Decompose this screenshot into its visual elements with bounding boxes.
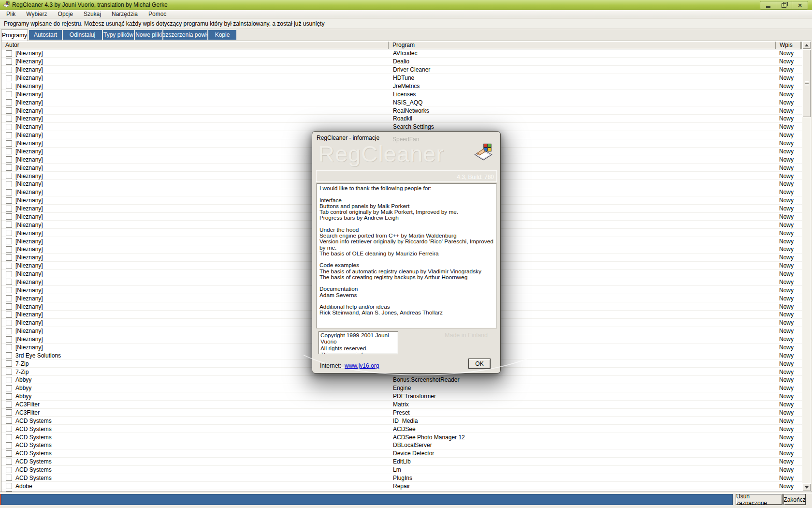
row-checkbox[interactable] [6, 459, 12, 465]
table-row[interactable]: [Nieznany]NSIS_AQQNowy [1, 98, 802, 106]
menu-item-opcje[interactable]: Opcje [53, 10, 78, 18]
row-checkbox[interactable] [6, 148, 12, 154]
column-header-wpis[interactable]: Wpis [776, 41, 801, 49]
table-row[interactable]: [Nieznany]RealNetworksNowy [1, 106, 802, 115]
row-checkbox[interactable] [6, 132, 12, 138]
tab-odinstaluj[interactable]: Odinstaluj [63, 30, 102, 40]
row-checkbox[interactable] [6, 475, 12, 481]
row-checkbox[interactable] [6, 213, 12, 220]
table-row[interactable]: ACD SystemsDevice DetectorNowy [1, 449, 802, 458]
row-checkbox[interactable] [6, 197, 12, 204]
row-checkbox[interactable] [6, 263, 12, 269]
table-row[interactable]: ACD SystemsPlugInsNowy [1, 474, 802, 482]
row-checkbox[interactable] [6, 181, 12, 187]
row-checkbox[interactable] [6, 230, 12, 236]
row-checkbox[interactable] [6, 320, 12, 326]
table-row[interactable]: [Nieznany]Driver CleanerNowy [1, 66, 802, 74]
row-checkbox[interactable] [6, 312, 12, 318]
ok-button[interactable]: OK [468, 359, 491, 369]
table-row[interactable]: AbbyyPDFTransformerNowy [1, 392, 802, 401]
table-row[interactable]: [Nieznany]HDTuneNowy [1, 74, 802, 82]
remove-selected-button[interactable]: Usuń zaznaczone [736, 494, 783, 505]
row-checkbox[interactable] [6, 483, 12, 489]
row-checkbox[interactable] [6, 222, 12, 228]
tab-autostart[interactable]: Autostart [29, 30, 62, 40]
table-row[interactable]: [Nieznany]AVIcodecNowy [1, 49, 802, 58]
row-checkbox[interactable] [6, 336, 12, 343]
row-checkbox[interactable] [6, 344, 12, 350]
menu-item-wybierz[interactable]: Wybierz [21, 10, 52, 18]
exit-button[interactable]: Zakończ [783, 494, 806, 505]
menu-item-narz-dzia[interactable]: Narzędzia [106, 10, 143, 18]
menu-item-pomoc[interactable]: Pomoc [143, 10, 172, 18]
row-checkbox[interactable] [6, 271, 12, 277]
scrollbar-up-button[interactable] [802, 41, 811, 49]
row-checkbox[interactable] [6, 402, 12, 408]
title-bar[interactable]: RegCleaner 4.3 by Jouni Vuorio, translat… [0, 0, 812, 10]
table-row[interactable]: ACD SystemsEditLibNowy [1, 458, 802, 466]
close-button[interactable]: ✕ [792, 1, 808, 9]
row-checkbox[interactable] [6, 279, 12, 285]
column-header-program[interactable]: Program [389, 41, 776, 49]
row-checkbox[interactable] [6, 140, 12, 147]
table-row[interactable]: ACD SystemsDBLocalServerNowy [1, 441, 802, 449]
row-checkbox[interactable] [6, 369, 12, 375]
scrollbar-down-button[interactable] [802, 483, 811, 491]
row-checkbox[interactable] [6, 189, 12, 195]
row-checkbox[interactable] [6, 377, 12, 383]
table-row[interactable]: ACD SystemsACDSee Photo Manager 12Nowy [1, 433, 802, 441]
table-row[interactable]: [Nieznany]Search SettingsNowy [1, 123, 802, 131]
row-checkbox[interactable] [6, 173, 12, 179]
row-checkbox[interactable] [6, 467, 12, 473]
row-checkbox[interactable] [6, 59, 12, 65]
restore-button[interactable] [776, 1, 792, 9]
row-checkbox[interactable] [6, 303, 12, 310]
row-checkbox[interactable] [6, 360, 12, 367]
row-checkbox[interactable] [6, 206, 12, 212]
table-row[interactable]: [Nieznany]RoadkilNowy [1, 115, 802, 123]
row-checkbox[interactable] [6, 67, 12, 73]
row-checkbox[interactable] [6, 91, 12, 97]
table-row[interactable]: AbbyyEngineNowy [1, 384, 802, 392]
tab-programy[interactable]: Programy [1, 30, 28, 41]
vertical-scrollbar[interactable] [802, 41, 811, 491]
row-checkbox[interactable] [6, 75, 12, 81]
row-checkbox[interactable] [6, 426, 12, 432]
row-checkbox[interactable] [6, 156, 12, 163]
row-checkbox[interactable] [6, 99, 12, 105]
table-row[interactable]: AbbyyBonus.ScreenshotReaderNowy [1, 376, 802, 384]
row-checkbox[interactable] [6, 409, 12, 416]
row-checkbox[interactable] [6, 352, 12, 359]
row-checkbox[interactable] [6, 164, 12, 171]
tab-typy-plików[interactable]: Typy plików [103, 30, 134, 40]
row-checkbox[interactable] [6, 393, 12, 400]
table-row[interactable]: AdobeRepairNowy [1, 482, 802, 490]
menu-item-plik[interactable]: Plik [1, 10, 21, 18]
row-checkbox[interactable] [6, 254, 12, 261]
row-checkbox[interactable] [6, 295, 12, 301]
row-checkbox[interactable] [6, 246, 12, 253]
tab-kopie[interactable]: Kopie [208, 30, 236, 40]
scrollbar-thumb[interactable] [802, 49, 811, 117]
row-checkbox[interactable] [6, 418, 12, 424]
table-row[interactable]: ACD SystemsACDSeeNowy [1, 425, 802, 433]
table-row[interactable]: [Nieznany]JreMetricsNowy [1, 82, 802, 90]
row-checkbox[interactable] [6, 287, 12, 293]
tab-nowe-pliki[interactable]: Nowe pliki [135, 30, 162, 40]
row-checkbox[interactable] [6, 50, 12, 57]
row-checkbox[interactable] [6, 116, 12, 122]
row-checkbox[interactable] [6, 385, 12, 391]
table-row[interactable]: ACD SystemsID_MediaNowy [1, 417, 802, 425]
table-row[interactable]: AC3FilterPresetNowy [1, 409, 802, 417]
row-checkbox[interactable] [6, 83, 12, 89]
table-row[interactable]: ACD SystemsLmNowy [1, 466, 802, 474]
minimize-button[interactable] [760, 1, 776, 9]
menu-item-szukaj[interactable]: Szukaj [78, 10, 106, 18]
row-checkbox[interactable] [6, 238, 12, 244]
table-row[interactable]: [Nieznany]DealioNowy [1, 58, 802, 66]
tab-rozszerzenia-powłok[interactable]: Rozszerzenia powłok [163, 30, 207, 40]
table-row[interactable]: AC3FilterMatrixNowy [1, 401, 802, 409]
row-checkbox[interactable] [6, 107, 12, 114]
row-checkbox[interactable] [6, 328, 12, 334]
row-checkbox[interactable] [6, 434, 12, 440]
